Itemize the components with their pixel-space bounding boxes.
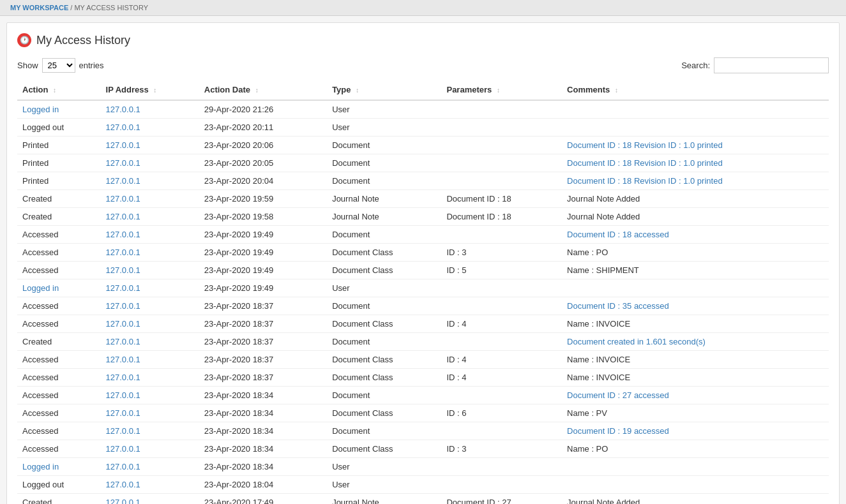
col-ip-address[interactable]: IP Address ↕	[101, 80, 199, 100]
cell-type: User	[327, 458, 441, 476]
cell-ip: 127.0.0.1	[101, 440, 199, 458]
ip-link[interactable]: 127.0.0.1	[106, 426, 140, 436]
col-action-date[interactable]: Action Date ↕	[199, 80, 327, 100]
cell-action: Logged in	[17, 100, 101, 119]
table-row: Created127.0.0.123-Apr-2020 17:49Journal…	[17, 494, 829, 505]
cell-ip: 127.0.0.1	[101, 422, 199, 440]
ip-link[interactable]: 127.0.0.1	[106, 283, 140, 293]
cell-action: Logged out	[17, 119, 101, 137]
cell-date: 23-Apr-2020 18:37	[199, 297, 327, 315]
cell-comments: Name : INVOICE	[562, 315, 829, 333]
cell-parameters: ID : 4	[441, 315, 562, 333]
ip-link[interactable]: 127.0.0.1	[106, 373, 140, 382]
cell-parameters	[441, 333, 562, 351]
ip-link[interactable]: 127.0.0.1	[106, 355, 140, 364]
cell-comments	[562, 476, 829, 494]
cell-date: 23-Apr-2020 18:34	[199, 404, 327, 422]
cell-action: Created	[17, 190, 101, 208]
cell-date: 23-Apr-2020 18:37	[199, 315, 327, 333]
cell-type: Document Class	[327, 404, 441, 422]
search-input[interactable]	[714, 57, 829, 73]
cell-comments: Document ID : 18 Revision ID : 1.0 print…	[562, 137, 829, 154]
table-row: Accessed127.0.0.123-Apr-2020 18:37Docume…	[17, 297, 829, 315]
access-history-table: Action ↕ IP Address ↕ Action Date ↕ Type…	[17, 80, 829, 504]
cell-date: 23-Apr-2020 17:49	[199, 494, 327, 505]
ip-link[interactable]: 127.0.0.1	[106, 301, 140, 311]
ip-link[interactable]: 127.0.0.1	[106, 408, 140, 418]
table-row: Accessed127.0.0.123-Apr-2020 19:49Docume…	[17, 226, 829, 244]
table-body: Logged in127.0.0.129-Apr-2020 21:26UserL…	[17, 100, 829, 504]
cell-date: 23-Apr-2020 18:34	[199, 440, 327, 458]
cell-date: 23-Apr-2020 18:34	[199, 458, 327, 476]
cell-type: Document Class	[327, 262, 441, 279]
cell-ip: 127.0.0.1	[101, 154, 199, 172]
ip-link[interactable]: 127.0.0.1	[106, 337, 140, 346]
cell-date: 23-Apr-2020 19:49	[199, 262, 327, 279]
ip-link[interactable]: 127.0.0.1	[106, 176, 140, 186]
table-row: Logged out127.0.0.123-Apr-2020 20:11User	[17, 119, 829, 137]
table-row: Logged out127.0.0.123-Apr-2020 18:04User	[17, 476, 829, 494]
cell-parameters: ID : 4	[441, 351, 562, 369]
search-label: Search:	[681, 61, 710, 70]
cell-ip: 127.0.0.1	[101, 369, 199, 387]
col-action[interactable]: Action ↕	[17, 80, 101, 100]
ip-link[interactable]: 127.0.0.1	[106, 105, 140, 114]
cell-date: 23-Apr-2020 19:49	[199, 226, 327, 244]
cell-type: User	[327, 476, 441, 494]
cell-ip: 127.0.0.1	[101, 315, 199, 333]
ip-link[interactable]: 127.0.0.1	[106, 390, 140, 400]
cell-parameters: Document ID : 18	[441, 208, 562, 226]
cell-action: Created	[17, 333, 101, 351]
cell-ip: 127.0.0.1	[101, 404, 199, 422]
ip-link[interactable]: 127.0.0.1	[106, 444, 140, 454]
ip-link[interactable]: 127.0.0.1	[106, 480, 140, 489]
breadcrumb-workspace[interactable]: MY WORKSPACE	[10, 4, 68, 11]
entries-select[interactable]: 25 10 50 100	[42, 58, 75, 73]
cell-parameters: ID : 3	[441, 440, 562, 458]
ip-link[interactable]: 127.0.0.1	[106, 248, 140, 257]
cell-action: Accessed	[17, 315, 101, 333]
table-row: Logged in127.0.0.129-Apr-2020 21:26User	[17, 100, 829, 119]
ip-link[interactable]: 127.0.0.1	[106, 140, 140, 150]
col-type[interactable]: Type ↕	[327, 80, 441, 100]
ip-link[interactable]: 127.0.0.1	[106, 462, 140, 471]
sort-date-icon: ↕	[255, 87, 259, 94]
sort-type-icon: ↕	[356, 87, 359, 94]
table-row: Created127.0.0.123-Apr-2020 18:37Documen…	[17, 333, 829, 351]
cell-date: 23-Apr-2020 20:11	[199, 119, 327, 137]
cell-action: Printed	[17, 137, 101, 154]
cell-action: Accessed	[17, 351, 101, 369]
cell-parameters: ID : 6	[441, 404, 562, 422]
ip-link[interactable]: 127.0.0.1	[106, 265, 140, 275]
ip-link[interactable]: 127.0.0.1	[106, 498, 140, 504]
col-comments[interactable]: Comments ↕	[562, 80, 829, 100]
table-row: Printed127.0.0.123-Apr-2020 20:04Documen…	[17, 172, 829, 190]
cell-comments	[562, 458, 829, 476]
cell-action: Accessed	[17, 440, 101, 458]
cell-date: 23-Apr-2020 19:49	[199, 279, 327, 297]
cell-ip: 127.0.0.1	[101, 137, 199, 154]
entries-label: entries	[79, 61, 104, 70]
cell-action: Printed	[17, 172, 101, 190]
ip-link[interactable]: 127.0.0.1	[106, 319, 140, 329]
ip-link[interactable]: 127.0.0.1	[106, 194, 140, 204]
cell-type: Document	[327, 172, 441, 190]
ip-link[interactable]: 127.0.0.1	[106, 122, 140, 132]
cell-ip: 127.0.0.1	[101, 279, 199, 297]
ip-link[interactable]: 127.0.0.1	[106, 158, 140, 168]
action-link[interactable]: Logged in	[22, 105, 59, 114]
action-link[interactable]: Logged in	[22, 462, 59, 471]
cell-comments	[562, 100, 829, 119]
ip-link[interactable]: 127.0.0.1	[106, 230, 140, 239]
table-row: Accessed127.0.0.123-Apr-2020 18:34Docume…	[17, 440, 829, 458]
action-link[interactable]: Logged in	[22, 283, 59, 293]
ip-link[interactable]: 127.0.0.1	[106, 212, 140, 221]
cell-comments: Document created in 1.601 second(s)	[562, 333, 829, 351]
show-entries: Show 25 10 50 100 entries	[17, 58, 104, 73]
cell-action: Created	[17, 494, 101, 505]
cell-action: Created	[17, 208, 101, 226]
col-parameters[interactable]: Parameters ↕	[441, 80, 562, 100]
cell-ip: 127.0.0.1	[101, 190, 199, 208]
cell-parameters: Document ID : 27	[441, 494, 562, 505]
cell-comments: Document ID : 18 Revision ID : 1.0 print…	[562, 172, 829, 190]
